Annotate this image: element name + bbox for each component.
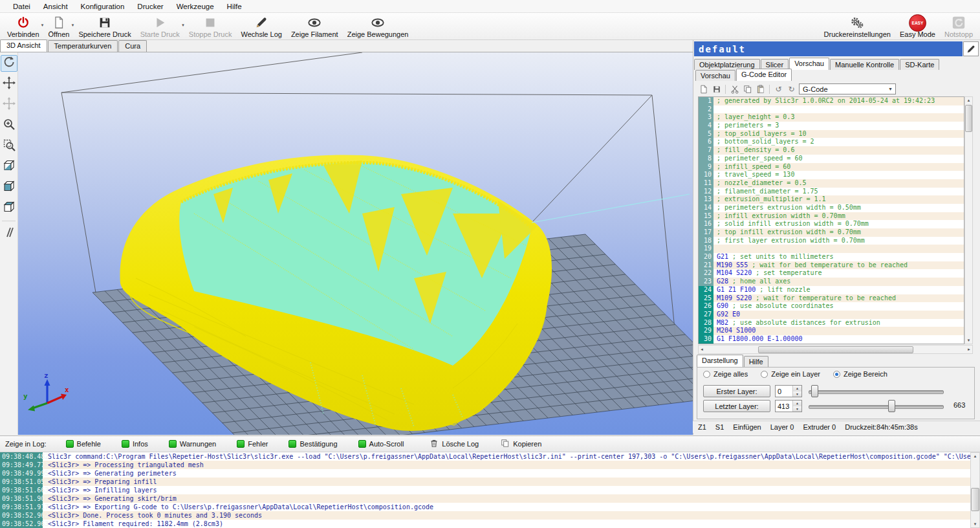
scroll-up-arrow-icon[interactable]: ▲ bbox=[966, 97, 972, 104]
menu-konfiguration[interactable]: Konfiguration bbox=[74, 1, 131, 12]
log-toggle-auto-scroll[interactable]: Auto-Scroll bbox=[358, 440, 404, 448]
radio-icon[interactable] bbox=[761, 371, 768, 378]
spin-down-icon[interactable]: ▼ bbox=[793, 391, 801, 397]
move-viewpoint-tool-button[interactable] bbox=[1, 96, 17, 113]
radio-icon[interactable] bbox=[703, 371, 710, 378]
stoppe-druck-button[interactable]: Stoppe Druck bbox=[184, 13, 237, 39]
first-layer-button[interactable]: Erster Layer: bbox=[703, 385, 770, 397]
subtab-g-code-editor[interactable]: G-Code Editor bbox=[736, 69, 792, 81]
spin-up-icon[interactable]: ▲ bbox=[793, 386, 801, 391]
starte-druck-button[interactable]: ▼Starte Druck bbox=[136, 13, 184, 39]
zoom-tool-button[interactable] bbox=[1, 117, 17, 134]
3d-viewport[interactable]: z y x bbox=[18, 52, 693, 435]
log-vertical-scrollbar[interactable]: ▲ ▼ bbox=[970, 452, 980, 528]
copy-icon[interactable] bbox=[742, 83, 753, 94]
log-toggle-warnungen[interactable]: Warnungen bbox=[169, 440, 216, 448]
speichere-druck-button[interactable]: Speichere Druck bbox=[74, 13, 135, 39]
action-label: Kopieren bbox=[513, 440, 541, 448]
subtab-vorschau[interactable]: Vorschau bbox=[695, 70, 735, 81]
log-row: 09:38:51.907<Slic3r> => Generating skirt… bbox=[0, 494, 970, 503]
first-layer-spinner[interactable]: 0 ▲▼ bbox=[775, 385, 802, 397]
slider-track[interactable] bbox=[809, 405, 944, 409]
editor-scroll-thumb[interactable] bbox=[965, 105, 972, 132]
fit-view-tool-button[interactable] bbox=[1, 138, 17, 155]
menu-drucker[interactable]: Drucker bbox=[131, 1, 169, 12]
gcode-editor[interactable]: 1; generated by Slic3r 1.0.0RC2 on 2014-… bbox=[698, 96, 964, 344]
radio-zeige-ein-layer[interactable]: Zeige ein Layer bbox=[761, 370, 820, 378]
save-icon[interactable] bbox=[711, 83, 722, 94]
first-layer-value[interactable]: 0 bbox=[776, 386, 792, 397]
menu-datei[interactable]: Datei bbox=[6, 1, 37, 12]
tab-manuelle-kontrolle[interactable]: Manuelle Kontrolle bbox=[830, 59, 899, 70]
zeige-filament-button[interactable]: Zeige Filament bbox=[287, 13, 343, 39]
log-scroll-thumb[interactable] bbox=[971, 488, 979, 511]
tab-vorschau[interactable]: Vorschau bbox=[789, 58, 829, 70]
paste-icon[interactable] bbox=[755, 83, 766, 94]
easy-mode-button[interactable]: EASYEasy Mode bbox=[895, 13, 940, 39]
toggle-label: Befehle bbox=[77, 440, 101, 448]
log-toggle-infos[interactable]: Infos bbox=[122, 440, 148, 448]
log-toggle-fehler[interactable]: Fehler bbox=[237, 440, 268, 448]
radio-zeige-alles[interactable]: Zeige alles bbox=[703, 370, 748, 378]
scroll-down-arrow-icon[interactable]: ▼ bbox=[966, 337, 972, 344]
last-layer-value[interactable]: 413 bbox=[776, 401, 792, 412]
zeige-bewegungen-button[interactable]: Zeige Bewegungen bbox=[343, 13, 413, 39]
menu-werkzeuge[interactable]: Werkzeuge bbox=[170, 1, 221, 12]
wechsle-log-button[interactable]: Wechsle Log bbox=[237, 13, 287, 39]
tab-sd-karte[interactable]: SD-Karte bbox=[900, 59, 939, 70]
last-layer-button[interactable]: Letzter Layer: bbox=[703, 400, 770, 412]
l-sche-log-button[interactable]: Lösche Log bbox=[430, 439, 479, 449]
edit-printer-button[interactable] bbox=[963, 41, 979, 56]
front-view-tool-button[interactable] bbox=[1, 179, 17, 196]
tab-hilfe[interactable]: Hilfe bbox=[744, 356, 768, 367]
tab-3d-ansicht[interactable]: 3D Ansicht bbox=[0, 39, 47, 52]
top-view-tool-button[interactable] bbox=[1, 200, 17, 217]
rotate-tool-button[interactable] bbox=[1, 55, 17, 72]
editor-hscroll-thumb[interactable] bbox=[758, 346, 913, 353]
ffnen-button[interactable]: ▼Öffnen bbox=[44, 13, 74, 39]
scroll-right-arrow-icon[interactable]: ► bbox=[966, 346, 972, 353]
last-layer-spinner[interactable]: 413 ▲▼ bbox=[775, 400, 802, 412]
tab-darstellung[interactable]: Darstellung bbox=[697, 355, 743, 367]
redo-icon[interactable]: ↻ bbox=[786, 83, 797, 94]
notstopp-button[interactable]: Notstopp bbox=[940, 13, 977, 39]
druckereinstellungen-button[interactable]: Druckereinstellungen bbox=[820, 13, 895, 39]
kopieren-button[interactable]: Kopieren bbox=[501, 439, 541, 449]
spin-down-icon[interactable]: ▼ bbox=[793, 406, 801, 412]
move-object-tool-button[interactable] bbox=[1, 76, 17, 93]
menu-hilfe[interactable]: Hilfe bbox=[221, 1, 248, 12]
undo-icon[interactable]: ↺ bbox=[773, 83, 784, 94]
gcode-line: 14; perimeters extrusion width = 0.50mm bbox=[699, 204, 964, 212]
dropdown-value: G-Code bbox=[803, 85, 828, 93]
editor-horizontal-scrollbar[interactable]: ◄ ► bbox=[698, 345, 973, 354]
gcode-type-dropdown[interactable]: G-Code▼ bbox=[799, 83, 896, 94]
verbinden-button[interactable]: ▼Verbinden bbox=[3, 13, 44, 39]
log-row: 09:38:52.963<Slic3r> Filament required: … bbox=[0, 520, 970, 528]
spin-up-icon[interactable]: ▲ bbox=[793, 401, 801, 406]
menu-ansicht[interactable]: Ansicht bbox=[37, 1, 74, 12]
log-row: 09:38:49.995<Slic3r> => Generating perim… bbox=[0, 469, 970, 478]
view-tab-strip: 3D AnsichtTemperaturkurvenCura bbox=[0, 40, 693, 52]
notstopp-label: Notstopp bbox=[944, 30, 973, 38]
last-layer-slider-thumb[interactable] bbox=[888, 400, 895, 412]
cut-icon[interactable] bbox=[729, 83, 740, 94]
slider-track[interactable] bbox=[809, 390, 944, 394]
status-extruder-0: Extruder 0 bbox=[803, 423, 836, 431]
iso-view-tool-button[interactable] bbox=[1, 159, 17, 175]
tab-cura[interactable]: Cura bbox=[118, 40, 147, 52]
scroll-up-arrow-icon[interactable]: ▲ bbox=[972, 453, 979, 459]
last-layer-slider[interactable] bbox=[809, 400, 944, 412]
log-toggle-best-tigung[interactable]: Bestätigung bbox=[289, 440, 337, 448]
parallel-projection-tool-button[interactable] bbox=[1, 225, 17, 242]
scroll-left-arrow-icon[interactable]: ◄ bbox=[699, 346, 705, 353]
log-toggle-befehle[interactable]: Befehle bbox=[66, 440, 101, 448]
radio-zeige-bereich[interactable]: Zeige Bereich bbox=[833, 370, 887, 378]
scroll-down-arrow-icon[interactable]: ▼ bbox=[972, 521, 979, 527]
first-layer-slider[interactable] bbox=[809, 385, 944, 397]
first-layer-slider-thumb[interactable] bbox=[811, 385, 818, 397]
radio-icon[interactable] bbox=[833, 371, 840, 378]
tab-temperaturkurven[interactable]: Temperaturkurven bbox=[48, 40, 118, 52]
parallel-projection-icon bbox=[3, 226, 16, 241]
new-file-icon[interactable] bbox=[698, 83, 709, 94]
editor-vertical-scrollbar[interactable]: ▲ ▼ bbox=[964, 96, 973, 344]
